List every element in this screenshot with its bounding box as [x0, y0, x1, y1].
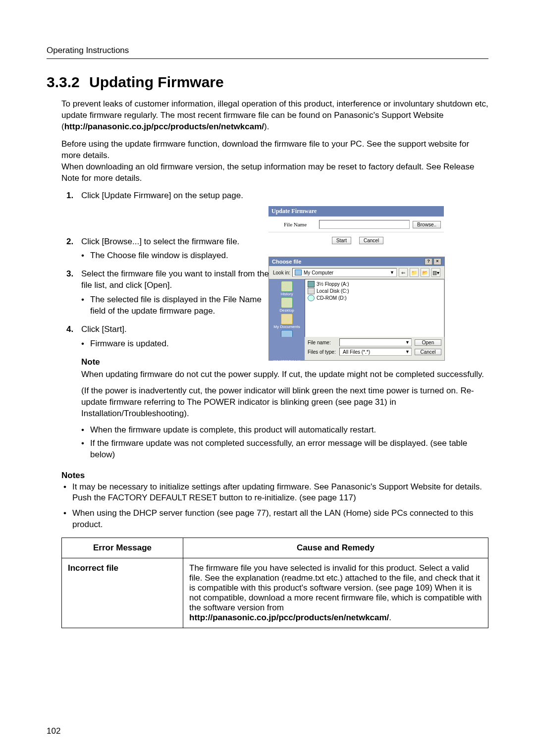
step-2: Click [Browse...] to select the firmware… [66, 236, 269, 262]
note-p1: When updating firmware do not cut the po… [81, 370, 484, 379]
page-number: 102 [47, 726, 60, 736]
intro-p2: Before using the update firmware functio… [61, 139, 488, 184]
running-head: Operating Instructions [47, 46, 488, 59]
notes-section: Notes It may be necessary to initialize … [61, 471, 488, 531]
file-floppy[interactable]: 3½ Floppy (A:) [308, 281, 441, 287]
step-2-sub: The Choose file window is displayed. [81, 250, 269, 262]
step-1: Click [Update Firmware] on the setup pag… [66, 190, 269, 202]
back-icon[interactable]: ⇐ [399, 268, 408, 277]
section-title: 3.3.2Updating Firmware [47, 74, 488, 91]
choose-titlebar: Choose file ? × [269, 257, 444, 266]
step-3-sub: The selected file is displayed in the Fi… [81, 294, 269, 317]
browse-button[interactable]: Browse.. [413, 221, 441, 228]
notes2-b1: It may be necessary to initialize settin… [61, 482, 488, 504]
note-block: Note When updating firmware do not cut t… [81, 357, 487, 461]
choose-title-text: Choose file [272, 259, 301, 265]
error-r1c2: The firmware file you have selected is i… [183, 558, 488, 628]
step-4-sub: Firmware is updated. [81, 338, 269, 350]
update-titlebar: Update Firmware [268, 206, 444, 217]
cd-icon [308, 295, 315, 301]
error-h2: Cause and Remedy [183, 538, 488, 558]
section-title-text: Updating Firmware [89, 74, 224, 90]
help-icon[interactable]: ? [425, 258, 432, 265]
choose-cancel-button[interactable]: Cancel [415, 349, 441, 355]
file-name-label: File name: [308, 340, 336, 345]
screenshot-update-firmware: Update Firmware File Name Browse.. Start… [268, 206, 444, 249]
note-p2: (If the power is inadvertently cut, the … [81, 386, 474, 418]
filename-label: File Name [271, 221, 319, 227]
start-button[interactable]: Start [332, 237, 351, 244]
mycomputer-icon [295, 270, 302, 275]
chevron-down-icon: ▼ [405, 340, 410, 345]
lookin-value: My Computer [304, 270, 333, 275]
lookin-label: Look in: [273, 270, 290, 275]
place-mydocuments[interactable]: My Documents [273, 314, 300, 329]
close-icon[interactable]: × [433, 258, 441, 265]
disk-icon [308, 288, 315, 294]
intro-url: http://panasonic.co.jp/pcc/products/en/n… [64, 122, 264, 131]
up-folder-icon[interactable]: 📁 [410, 268, 419, 277]
screenshot-choose-file: Choose file ? × Look in: My Computer ▼ ⇐… [268, 257, 445, 361]
cancel-button[interactable]: Cancel [359, 237, 383, 244]
chevron-down-icon: ▼ [390, 270, 394, 275]
intro-p1: To prevent leaks of customer information… [61, 99, 488, 133]
file-cdrom[interactable]: CD-ROM (D:) [308, 295, 441, 301]
error-table: Error Message Cause and Remedy Incorrect… [61, 538, 488, 628]
file-list[interactable]: 3½ Floppy (A:) Local Disk (C:) CD-ROM (D… [305, 279, 444, 346]
chevron-down-icon: ▼ [405, 349, 410, 354]
section-number: 3.3.2 [47, 74, 89, 91]
file-type-combo[interactable]: All Files (*.*)▼ [339, 348, 412, 356]
lookin-combo[interactable]: My Computer ▼ [292, 268, 397, 277]
file-localdisk[interactable]: Local Disk (C:) [308, 288, 441, 294]
note-b2: If the firmware update was not completed… [81, 438, 487, 461]
places-bar: History Desktop My Documents My Computer… [269, 279, 305, 346]
floppy-icon [308, 281, 315, 287]
step-3: Select the firmware file you want to ins… [66, 269, 269, 317]
notes2-b2: When using the DHCP server function (see… [61, 508, 488, 531]
file-name-input[interactable]: ▼ [339, 338, 412, 346]
error-h1: Error Message [62, 538, 183, 558]
place-desktop[interactable]: Desktop [279, 297, 294, 313]
open-button[interactable]: Open [415, 339, 441, 346]
step-4: Click [Start]. Firmware is updated. [66, 324, 269, 350]
filename-input[interactable] [319, 220, 410, 229]
views-icon[interactable]: ▥▾ [431, 268, 440, 277]
note-b1: When the firmware update is complete, th… [81, 425, 487, 436]
new-folder-icon[interactable]: 📂 [421, 268, 429, 277]
intro-p1b: ). [264, 122, 269, 131]
place-history[interactable]: History [281, 281, 293, 296]
error-r1c1: Incorrect file [62, 558, 183, 628]
file-type-label: Files of type: [308, 349, 336, 355]
notes-head: Notes [61, 471, 85, 480]
